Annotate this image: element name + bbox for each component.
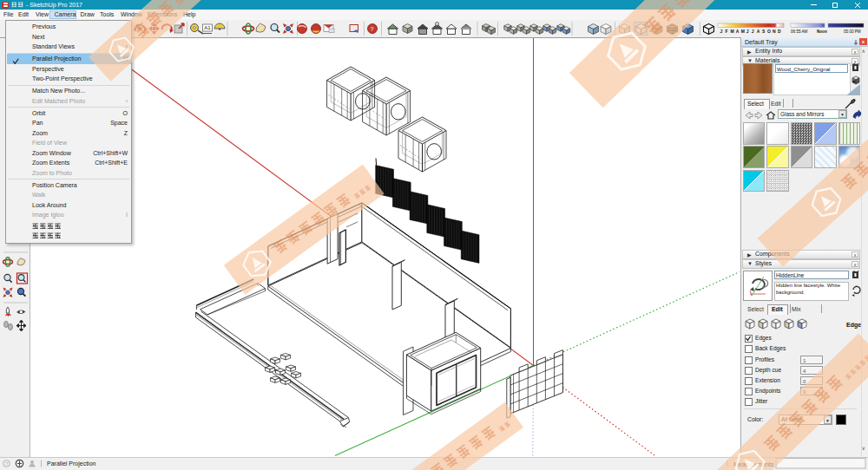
svg-text:N: N [773, 29, 776, 34]
svg-text:A1: A1 [204, 25, 211, 30]
svg-text:Parallel Projection: Parallel Projection [47, 460, 96, 467]
svg-text:D: D [778, 29, 781, 34]
svg-text:J: J [752, 29, 754, 34]
svg-text:M: M [741, 29, 745, 34]
svg-text:A: A [736, 29, 740, 34]
svg-text:05:00 PM: 05:00 PM [844, 29, 861, 34]
svg-text:J: J [746, 29, 749, 34]
svg-text:F: F [726, 29, 728, 34]
svg-text:M: M [731, 29, 734, 34]
svg-text:Measurements: Measurements [733, 460, 774, 467]
svg-text:A: A [757, 29, 760, 34]
svg-text:S: S [762, 29, 766, 34]
svg-text:06:55 AM: 06:55 AM [791, 29, 808, 34]
svg-text:O: O [767, 29, 771, 34]
svg-text:Noon: Noon [817, 29, 827, 34]
svg-text:?: ? [5, 461, 9, 467]
svg-text:J: J [720, 29, 723, 34]
svg-text:?: ? [371, 26, 374, 32]
